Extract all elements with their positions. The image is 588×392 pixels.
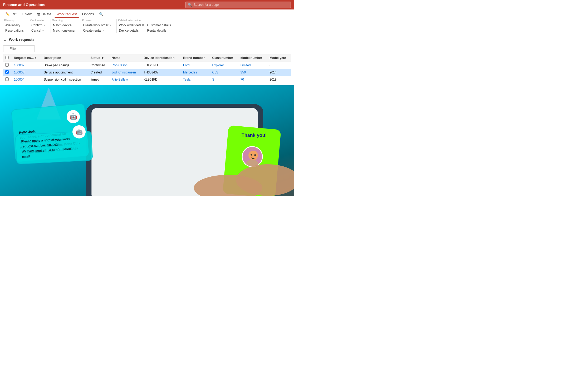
- ribbon: Planning Availability Reservations Confi…: [0, 18, 294, 35]
- ribbon-match-device[interactable]: Match device: [52, 23, 76, 28]
- new-button[interactable]: + New: [19, 11, 34, 17]
- request-num-link-0[interactable]: 100002: [14, 63, 24, 67]
- brand-link-1[interactable]: Mercedes: [183, 71, 197, 74]
- search-input[interactable]: [194, 3, 288, 7]
- action-bar: ✏️ Edit + New 🗑 Delete Work request Opti…: [0, 9, 294, 18]
- work-request-tab[interactable]: Work request: [55, 11, 79, 18]
- search-icon: 🔍: [188, 3, 192, 7]
- filter-icon[interactable]: ▼: [3, 38, 7, 43]
- table-row[interactable]: 100004 Suspension coil inspection firmed…: [3, 76, 291, 83]
- col-name[interactable]: Name: [110, 54, 142, 62]
- name-link-0[interactable]: Rob Cason: [112, 63, 128, 67]
- row-checkbox-2[interactable]: [5, 77, 9, 81]
- brand-link-2[interactable]: Tesla: [183, 78, 190, 81]
- work-requests-table: Request nu... ↑ Description Status ▼ Nam…: [3, 54, 291, 83]
- ribbon-group-related: Related information Work order details C…: [117, 19, 178, 33]
- model-link-2[interactable]: 70: [241, 78, 244, 81]
- confirm-chevron: ∨: [43, 24, 45, 27]
- ribbon-group-planning: Planning Availability Reservations: [3, 19, 29, 33]
- section-title: Work requests: [9, 37, 35, 42]
- col-year[interactable]: Model year: [267, 54, 291, 62]
- ribbon-rental-details[interactable]: Rental details: [146, 28, 174, 33]
- cancel-chevron: ∨: [42, 29, 44, 32]
- ribbon-label-process: Process: [82, 19, 112, 22]
- request-num-link-1[interactable]: 100003: [14, 71, 24, 74]
- app-title: Finance and Operations: [3, 3, 45, 7]
- table-row[interactable]: 100002 Brake pad change Confirmed Rob Ca…: [3, 62, 291, 69]
- edit-button[interactable]: ✏️ Edit: [3, 11, 18, 17]
- ribbon-group-confirmation: Confirmation Confirm ∨ Cancel ∨: [29, 19, 51, 33]
- ribbon-group-process: Process Create work order ∨ Create renta…: [81, 19, 117, 33]
- filter-input[interactable]: [3, 45, 35, 52]
- ribbon-label-matching: Matching: [52, 19, 76, 22]
- work-requests-section: ▼ Work requests 🔍 Request nu... ↑ Descri…: [0, 35, 294, 85]
- delete-icon: 🗑: [37, 12, 40, 16]
- hands-area: [175, 112, 294, 196]
- ribbon-confirm[interactable]: Confirm ∨: [30, 23, 46, 28]
- notification-card-2: 🤖 Please make a note of your work reques…: [15, 131, 93, 164]
- search-action-icon: 🔍: [99, 12, 103, 16]
- class-link-2[interactable]: S: [212, 78, 214, 81]
- col-model[interactable]: Model number: [238, 54, 267, 62]
- rental-chevron: ∨: [102, 29, 104, 32]
- col-status[interactable]: Status ▼: [88, 54, 109, 62]
- ribbon-cancel[interactable]: Cancel ∨: [30, 28, 46, 33]
- brand-link-0[interactable]: Ford: [183, 63, 190, 67]
- plus-icon: +: [22, 12, 24, 16]
- col-device-id[interactable]: Device identification: [142, 54, 181, 62]
- model-link-0[interactable]: Limited: [241, 63, 251, 67]
- search-action-button[interactable]: 🔍: [97, 11, 105, 17]
- class-link-0[interactable]: Explorer: [212, 63, 224, 67]
- ribbon-availability[interactable]: Availability: [4, 23, 25, 28]
- name-link-2[interactable]: Allie Bellew: [112, 78, 128, 81]
- search-bar[interactable]: 🔍: [185, 2, 291, 8]
- ribbon-customer-details[interactable]: Customer details: [146, 23, 174, 28]
- ribbon-work-order-details[interactable]: Work order details: [118, 23, 145, 28]
- col-request-num[interactable]: Request nu... ↑: [12, 54, 42, 62]
- col-checkbox[interactable]: [3, 54, 12, 62]
- ribbon-device-details[interactable]: Device details: [118, 28, 145, 33]
- ribbon-create-rental[interactable]: Create rental ∨: [82, 28, 112, 33]
- model-link-1[interactable]: 350: [241, 71, 246, 74]
- delete-button[interactable]: 🗑 Delete: [35, 11, 53, 17]
- filter-wrapper: 🔍: [3, 45, 35, 52]
- select-all-checkbox[interactable]: [5, 56, 9, 59]
- options-button[interactable]: Options: [80, 11, 96, 17]
- notification-text-2: Please make a note of your work request …: [21, 136, 87, 160]
- ribbon-label-planning: Planning: [4, 19, 25, 22]
- bot-icon-1: 🤖: [66, 110, 80, 124]
- table-header-row: Request nu... ↑ Description Status ▼ Nam…: [3, 54, 291, 62]
- edit-icon: ✏️: [5, 12, 9, 16]
- ribbon-match-customer[interactable]: Match customer: [52, 28, 76, 33]
- class-link-1[interactable]: CLS: [212, 71, 218, 74]
- col-description[interactable]: Description: [42, 54, 88, 62]
- ribbon-reservations[interactable]: Reservations: [4, 28, 25, 33]
- ribbon-label-confirmation: Confirmation: [30, 19, 46, 22]
- table-row[interactable]: 100003 Service appointment Created Jodi …: [3, 69, 291, 76]
- ribbon-create-work-order[interactable]: Create work order ∨: [82, 23, 112, 28]
- row-checkbox-1[interactable]: [5, 70, 9, 74]
- request-num-link-2[interactable]: 100004: [14, 78, 24, 81]
- work-order-chevron: ∨: [109, 24, 111, 27]
- ribbon-group-matching: Matching Match device Match customer: [51, 19, 81, 33]
- name-link-1[interactable]: Jodi Christiansen: [112, 71, 136, 74]
- col-brand[interactable]: Brand number: [181, 54, 210, 62]
- row-checkbox-0[interactable]: [5, 63, 9, 67]
- col-class[interactable]: Class number: [210, 54, 238, 62]
- top-bar: Finance and Operations 🔍: [0, 0, 294, 9]
- ribbon-label-related: Related information: [118, 19, 174, 22]
- lower-section: 🤖 Hello Jodi, Your service appointment o…: [0, 85, 294, 196]
